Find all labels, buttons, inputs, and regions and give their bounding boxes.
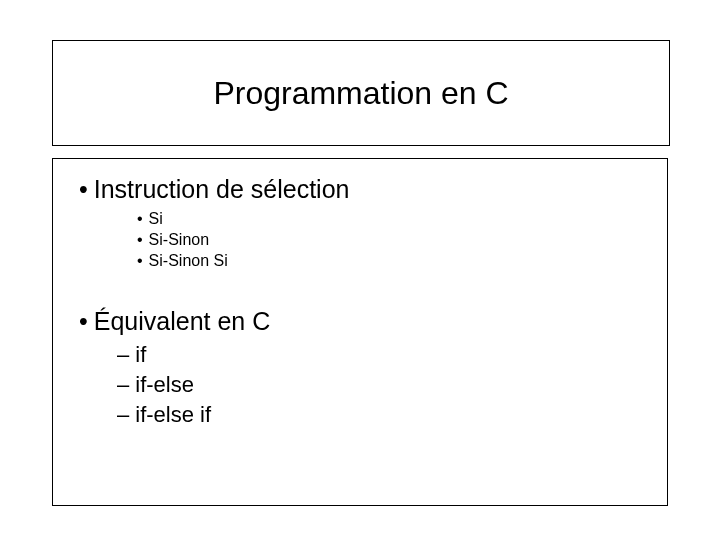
- title-box: Programmation en C: [52, 40, 670, 146]
- bullet-dash-icon: –: [117, 342, 129, 367]
- section-gap: [65, 273, 657, 301]
- list-item: •Si-Sinon Si: [65, 252, 657, 270]
- list-item-text: Si-Sinon Si: [149, 252, 228, 269]
- list-item-text: Si-Sinon: [149, 231, 209, 248]
- list-item: •Si-Sinon: [65, 231, 657, 249]
- section-heading-1: •Instruction de sélection: [65, 175, 657, 204]
- slide: Programmation en C •Instruction de sélec…: [0, 0, 720, 540]
- bullet-dot-icon: •: [79, 175, 88, 203]
- bullet-dash-icon: –: [117, 372, 129, 397]
- list-item: –if-else: [65, 372, 657, 398]
- list-item-text: if: [135, 342, 146, 367]
- list-item: –if-else if: [65, 402, 657, 428]
- section-heading-2: •Équivalent en C: [65, 307, 657, 336]
- bullet-dash-icon: –: [117, 402, 129, 427]
- bullet-dot-icon: •: [137, 231, 143, 248]
- list-item: •Si: [65, 210, 657, 228]
- list-item-text: if-else if: [135, 402, 211, 427]
- bullet-dot-icon: •: [137, 210, 143, 227]
- bullet-dot-icon: •: [79, 307, 88, 335]
- list-item-text: Si: [149, 210, 163, 227]
- section-heading-1-text: Instruction de sélection: [94, 175, 350, 203]
- body-box: •Instruction de sélection •Si •Si-Sinon …: [52, 158, 668, 506]
- slide-title: Programmation en C: [213, 75, 508, 112]
- list-item-text: if-else: [135, 372, 194, 397]
- section-heading-2-text: Équivalent en C: [94, 307, 271, 335]
- bullet-dot-icon: •: [137, 252, 143, 269]
- list-item: –if: [65, 342, 657, 368]
